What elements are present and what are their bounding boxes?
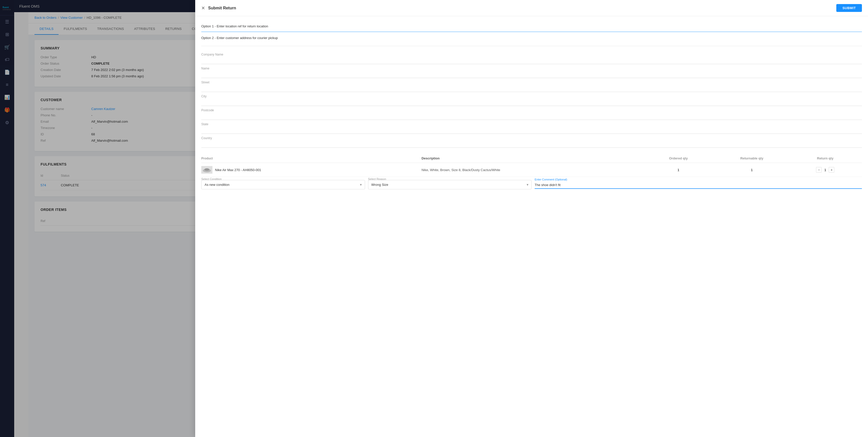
- state-label: State: [201, 122, 862, 126]
- postcode-label: Postcode: [201, 108, 862, 112]
- col-header-product: Product: [201, 157, 422, 160]
- col-header-returnable-qty: Returnable qty: [715, 156, 789, 160]
- col-header-ordered-qty: Ordered qty: [642, 156, 715, 160]
- condition-select[interactable]: As new condition Used Damaged Refurbishe…: [201, 180, 365, 189]
- condition-select-label: Select Condition: [201, 178, 222, 181]
- comment-label: Enter Comment (Optional): [535, 178, 567, 181]
- country-input[interactable]: [201, 141, 862, 146]
- city-field: City: [201, 92, 862, 106]
- modal-header: ✕ Submit Return SUBMIT: [195, 0, 868, 16]
- col-header-description: Description: [422, 156, 642, 160]
- return-qty-value: 1: [823, 168, 827, 172]
- postcode-input[interactable]: [201, 113, 862, 118]
- country-field: Country: [201, 134, 862, 148]
- svg-point-4: [204, 168, 209, 171]
- ordered-qty: 1: [642, 168, 715, 172]
- option1-divider: [201, 32, 862, 32]
- reason-select[interactable]: Wrong Size Wrong Item Damaged Not as des…: [368, 180, 532, 189]
- name-input[interactable]: [201, 71, 862, 76]
- street-label: Street: [201, 81, 862, 84]
- returnable-qty: 1: [715, 168, 789, 172]
- comment-input[interactable]: [535, 181, 862, 189]
- street-input[interactable]: [201, 85, 862, 90]
- product-cell: Nike Air Max 270 - AH8050-001: [201, 166, 422, 174]
- product-image: [201, 166, 212, 174]
- city-label: City: [201, 95, 862, 98]
- section-divider: [201, 46, 862, 46]
- increase-qty-button[interactable]: +: [829, 167, 834, 173]
- state-input[interactable]: [201, 127, 862, 132]
- company-name-label: Company Name: [201, 53, 862, 56]
- close-button[interactable]: ✕: [201, 6, 205, 10]
- modal-body: Option 1 - Enter location ref for return…: [195, 16, 868, 437]
- product-table-header: Product Description Ordered qty Returnab…: [201, 154, 862, 163]
- modal-title: Submit Return: [208, 6, 836, 10]
- submit-button[interactable]: SUBMIT: [836, 4, 862, 12]
- option2-text: Option 2 - Enter customer address for co…: [201, 34, 862, 42]
- reason-select-label: Select Reason: [368, 178, 386, 181]
- street-field: Street: [201, 78, 862, 92]
- product-table-row: Nike Air Max 270 - AH8050-001 Nike, Whit…: [201, 163, 862, 177]
- state-field: State: [201, 120, 862, 134]
- name-label: Name: [201, 67, 862, 70]
- option1-text: Option 1 - Enter location ref for return…: [201, 22, 862, 30]
- return-qty-control: − 1 +: [788, 167, 862, 173]
- product-table: Product Description Ordered qty Returnab…: [201, 154, 862, 189]
- condition-select-wrapper: Select Condition As new condition Used D…: [201, 180, 365, 189]
- city-input[interactable]: [201, 99, 862, 104]
- product-description: Nike, White, Brown, Size 8, Black/Dusty …: [422, 168, 642, 172]
- product-row: Nike Air Max 270 - AH8050-001 Nike, Whit…: [201, 163, 862, 189]
- col-header-return-qty: Return qty: [788, 156, 862, 160]
- postcode-field: Postcode: [201, 106, 862, 120]
- country-label: Country: [201, 136, 862, 140]
- decrease-qty-button[interactable]: −: [816, 167, 822, 173]
- return-controls: Select Condition As new condition Used D…: [201, 180, 862, 189]
- comment-field-wrapper: Enter Comment (Optional): [535, 181, 862, 189]
- company-name-input[interactable]: [201, 57, 862, 62]
- name-field: Name: [201, 64, 862, 78]
- reason-select-wrapper: Select Reason Wrong Size Wrong Item Dama…: [368, 180, 532, 189]
- submit-return-modal: ✕ Submit Return SUBMIT Option 1 - Enter …: [195, 0, 868, 437]
- product-name: Nike Air Max 270 - AH8050-001: [215, 168, 261, 172]
- company-name-field: Company Name: [201, 50, 862, 64]
